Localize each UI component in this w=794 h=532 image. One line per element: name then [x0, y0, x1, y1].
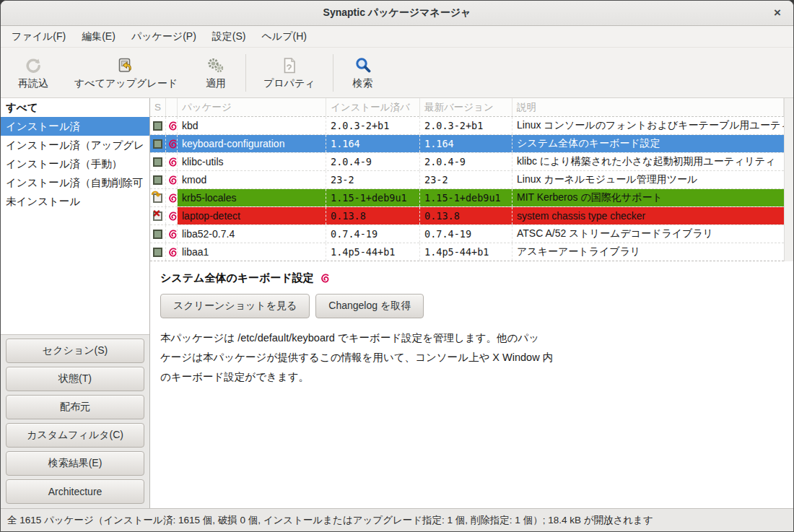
- installed-version: 23-2: [326, 171, 420, 188]
- debian-swirl-icon: [167, 247, 178, 258]
- search-icon: [354, 56, 372, 76]
- toolbar-reload-button[interactable]: 再読込: [5, 53, 61, 93]
- package-row-krb5-locales[interactable]: ↷krb5-locales1.15-1+deb9u11.15-1+deb9u1M…: [150, 189, 784, 207]
- installed-version: 1.4p5-44+b1: [326, 243, 420, 261]
- package-description: klibc により構築された小さな起動初期用ユーティリティ: [512, 153, 784, 170]
- reload-icon: [24, 56, 43, 76]
- toolbar-search-button[interactable]: 検索: [338, 53, 388, 93]
- package-name: krb5-locales: [178, 189, 326, 206]
- package-name: keyboard-configuration: [178, 135, 326, 152]
- installed-box-icon[interactable]: [153, 175, 162, 185]
- toolbar-search-label: 検索: [353, 77, 373, 90]
- package-name: kmod: [178, 171, 326, 188]
- column-header-5[interactable]: 説明: [512, 98, 784, 116]
- package-table-header: Sパッケージインストール済バ最新バージョン説明: [150, 98, 784, 117]
- sidebar-custom-filters-button[interactable]: カスタムフィルタ(C): [6, 423, 144, 448]
- toolbar-apply-button[interactable]: 適用: [191, 53, 241, 93]
- toolbar-properties-button[interactable]: プロパティ: [250, 53, 328, 93]
- column-header-1[interactable]: [166, 98, 178, 116]
- installed-version: 1.164: [326, 135, 420, 152]
- menu-item-package[interactable]: パッケージ(P): [123, 27, 204, 46]
- vertical-scrollbar[interactable]: [784, 98, 793, 261]
- debian-swirl-icon: [167, 211, 178, 222]
- debian-swirl-icon: [320, 273, 331, 284]
- filter-item-4[interactable]: インストール済（自動削除可: [1, 173, 149, 192]
- package-table: Sパッケージインストール済バ最新バージョン説明 kbd2.0.3-2+b12.0…: [150, 98, 793, 261]
- details-screenshot-button[interactable]: スクリーンショットを見る: [160, 294, 310, 318]
- main-area: すべてインストール済インストール済（アップグレインストール済（手動）インストール…: [1, 98, 793, 508]
- package-name: klibc-utils: [178, 153, 326, 170]
- debian-swirl-icon: [167, 229, 178, 240]
- sidebar-architecture-button[interactable]: Architecture: [6, 479, 144, 504]
- details-buttons: スクリーンショットを見るChangelog を取得: [160, 294, 783, 318]
- toolbar-upgrade-all-label: すべてアップグレード: [74, 77, 178, 90]
- package-row-klibc-utils[interactable]: klibc-utils2.0.4-92.0.4-9klibc により構築された小…: [150, 153, 784, 171]
- package-row-libaa1[interactable]: libaa11.4p5-44+b11.4p5-44+b1アスキーアートライブラリ: [150, 243, 784, 261]
- sidebar-search-results-button[interactable]: 検索結果(E): [6, 451, 144, 476]
- sidebar-origin-button[interactable]: 配布元: [6, 395, 144, 419]
- menu-item-settings[interactable]: 設定(S): [204, 27, 254, 46]
- menu-item-edit[interactable]: 編集(E): [74, 27, 123, 46]
- installed-version: 1.15-1+deb9u1: [326, 189, 420, 206]
- toolbar: 再読込すべてアップグレード適用プロパティ検索: [1, 48, 793, 98]
- package-row-keyboard-configuration[interactable]: keyboard-configuration1.1641.164システム全体のキ…: [150, 135, 784, 153]
- toolbar-properties-label: プロパティ: [263, 77, 315, 90]
- installed-box-icon[interactable]: [153, 230, 162, 239]
- filter-item-1[interactable]: インストール済: [1, 117, 149, 136]
- package-name: laptop-detect: [178, 207, 326, 224]
- remove-x-icon[interactable]: ×: [153, 212, 162, 221]
- filter-item-3[interactable]: インストール済（手動）: [1, 154, 149, 173]
- package-row-kmod[interactable]: kmod23-223-2Linux カーネルモジュール管理用ツール: [150, 171, 784, 189]
- details-title: システム全体のキーボード設定: [160, 271, 314, 285]
- filter-item-0[interactable]: すべて: [1, 98, 149, 117]
- close-icon[interactable]: ×: [769, 4, 786, 22]
- debian-swirl-icon: [167, 175, 178, 186]
- package-row-liba52-0.7.4[interactable]: liba52-0.7.40.7.4-190.7.4-19ATSC A/52 スト…: [150, 225, 784, 243]
- installed-version: 2.0.3-2+b1: [326, 117, 420, 134]
- installed-version: 0.7.4-19: [326, 225, 420, 243]
- installed-box-icon[interactable]: [153, 157, 162, 167]
- details-changelog-button[interactable]: Changelog を取得: [315, 294, 424, 318]
- filter-item-2[interactable]: インストール済（アップグレ: [1, 136, 149, 154]
- content-pane: Sパッケージインストール済バ最新バージョン説明 kbd2.0.3-2+b12.0…: [150, 98, 793, 508]
- package-description: MIT Kerberos の国際化サポート: [512, 189, 784, 206]
- remove-x-glyph: ×: [153, 208, 160, 219]
- column-header-3[interactable]: インストール済バ: [326, 98, 420, 116]
- package-description: Linux コンソールのフォントおよびキーテーブル用ユーティリティ: [512, 117, 784, 134]
- properties-icon: [280, 56, 299, 76]
- latest-version: 1.4p5-44+b1: [420, 243, 512, 261]
- column-header-4[interactable]: 最新バージョン: [420, 98, 512, 116]
- latest-version: 1.164: [420, 135, 512, 152]
- sidebar-sections-button[interactable]: セクション(S): [6, 339, 144, 363]
- debian-swirl-icon: [167, 193, 178, 204]
- package-name: libaa1: [178, 243, 326, 261]
- toolbar-separator: [245, 54, 246, 92]
- package-row-kbd[interactable]: kbd2.0.3-2+b12.0.3-2+b1Linux コンソールのフォントお…: [150, 117, 784, 135]
- details-panel: システム全体のキーボード設定 スクリーンショットを見るChangelog を取得…: [150, 266, 793, 508]
- reinstall-arrow-glyph: ↷: [152, 189, 161, 200]
- menu-bar: ファイル(F)編集(E)パッケージ(P)設定(S)ヘルプ(H): [1, 26, 793, 48]
- package-row-laptop-detect[interactable]: ×laptop-detect0.13.80.13.8system chassis…: [150, 207, 784, 225]
- reinstall-arrow-icon[interactable]: ↷: [153, 193, 162, 203]
- menu-item-file[interactable]: ファイル(F): [4, 27, 74, 46]
- installed-box-icon[interactable]: [153, 248, 162, 257]
- toolbar-reload-label: 再読込: [18, 77, 48, 90]
- latest-version: 1.15-1+deb9u1: [420, 189, 512, 206]
- menu-item-help[interactable]: ヘルプ(H): [254, 27, 315, 46]
- toolbar-upgrade-all-button[interactable]: すべてアップグレード: [61, 53, 191, 93]
- sidebar-status-button[interactable]: 状態(T): [6, 367, 144, 391]
- column-header-0[interactable]: S: [150, 98, 166, 116]
- filter-item-5[interactable]: 未インストール: [1, 192, 149, 211]
- column-header-2[interactable]: パッケージ: [178, 98, 326, 116]
- installed-version: 0.13.8: [326, 207, 420, 224]
- package-name: kbd: [178, 117, 326, 134]
- latest-version: 2.0.3-2+b1: [420, 117, 512, 134]
- synaptic-window: Synaptic パッケージマネージャ × ファイル(F)編集(E)パッケージ(…: [0, 0, 794, 532]
- installed-box-icon[interactable]: [153, 139, 162, 149]
- package-table-rows: kbd2.0.3-2+b12.0.3-2+b1Linux コンソールのフォントお…: [150, 117, 784, 261]
- installed-version: 2.0.4-9: [326, 153, 420, 170]
- sidebar: すべてインストール済インストール済（アップグレインストール済（手動）インストール…: [1, 98, 150, 508]
- package-name: liba52-0.7.4: [178, 225, 326, 243]
- upgrade-all-icon: [116, 56, 135, 76]
- installed-box-icon[interactable]: [153, 121, 162, 131]
